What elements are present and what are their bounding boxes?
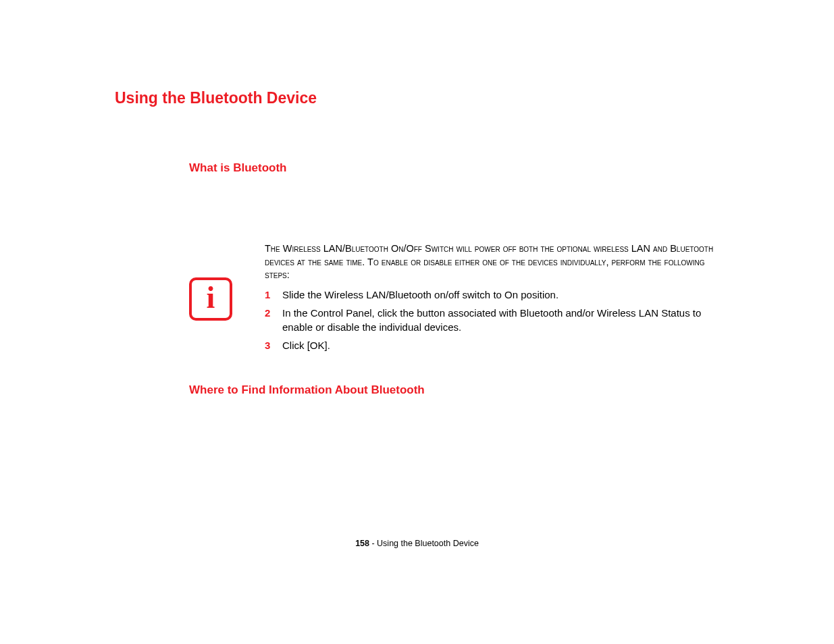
main-title: Using the Bluetooth Device bbox=[115, 89, 719, 107]
section-heading-what-is-bluetooth: What is Bluetooth bbox=[189, 161, 719, 175]
step-item: 2 In the Control Panel, click the button… bbox=[265, 306, 717, 334]
info-icon-wrapper: i bbox=[189, 242, 265, 356]
step-text: In the Control Panel, click the button a… bbox=[282, 306, 717, 334]
info-box: i The Wireless LAN/Bluetooth On/Off Swit… bbox=[189, 242, 719, 356]
step-number: 1 bbox=[265, 288, 282, 302]
footer-page-number: 158 bbox=[355, 539, 369, 548]
step-item: 1 Slide the Wireless LAN/Bluetooth on/of… bbox=[265, 288, 717, 302]
footer-label: Using the Bluetooth Device bbox=[377, 539, 479, 548]
info-content: The Wireless LAN/Bluetooth On/Off Switch… bbox=[265, 242, 717, 356]
info-intro-text: The Wireless LAN/Bluetooth On/Off Switch… bbox=[265, 242, 717, 282]
page-footer: 158 - Using the Bluetooth Device bbox=[0, 539, 834, 548]
section-heading-where-to-find: Where to Find Information About Bluetoot… bbox=[189, 383, 719, 397]
step-number: 3 bbox=[265, 338, 282, 352]
page-container: Using the Bluetooth Device What is Bluet… bbox=[0, 0, 834, 397]
info-icon: i bbox=[189, 277, 232, 321]
step-number: 2 bbox=[265, 306, 282, 334]
step-list: 1 Slide the Wireless LAN/Bluetooth on/of… bbox=[265, 288, 717, 352]
step-text: Slide the Wireless LAN/Bluetooth on/off … bbox=[282, 288, 558, 302]
footer-separator: - bbox=[369, 539, 377, 548]
step-item: 3 Click [OK]. bbox=[265, 338, 717, 352]
step-text: Click [OK]. bbox=[282, 338, 330, 352]
